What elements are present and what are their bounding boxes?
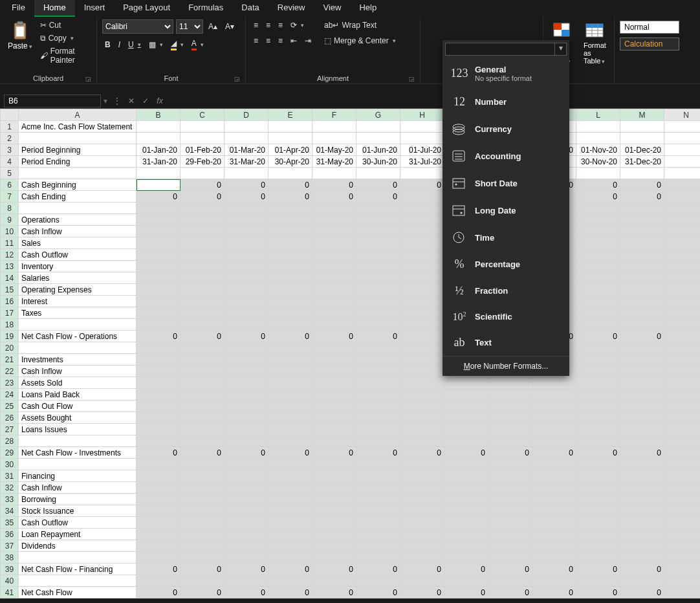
cell-I29[interactable]: 0 [444,447,488,459]
cell-D7[interactable]: 0 [224,191,268,203]
cell-H33[interactable] [400,494,444,505]
cell-L8[interactable] [576,203,620,214]
align-middle-icon[interactable]: ≡ [263,19,273,31]
cell-C34[interactable] [180,505,224,517]
cell-C41[interactable]: 0 [180,587,224,598]
cell-A5[interactable] [19,168,137,179]
cell-G19[interactable]: 0 [356,331,400,342]
cell-B5[interactable] [137,168,180,179]
cell-E10[interactable] [268,226,312,237]
cell-C1[interactable] [180,121,224,133]
cell-M18[interactable] [620,319,664,331]
cell-B24[interactable] [137,389,180,400]
cell-G10[interactable] [356,226,400,237]
cell-M34[interactable] [620,505,664,517]
cell-K37[interactable] [532,540,576,552]
cell-L10[interactable] [576,226,620,237]
cell-H19[interactable] [400,331,444,342]
fill-color-button[interactable]: ◢ [168,38,186,52]
cell-C8[interactable] [180,203,224,214]
cell-D20[interactable] [224,342,268,354]
cell-B40[interactable] [137,575,180,587]
cell-F37[interactable] [312,540,356,552]
cell-L16[interactable] [576,296,620,307]
row-header-13[interactable]: 13 [1,261,19,272]
more-number-formats[interactable]: More Number Formats... [443,356,569,376]
cell-D18[interactable] [224,319,268,331]
cell-N16[interactable] [664,296,701,307]
cell-J33[interactable] [488,494,532,505]
cell-I37[interactable] [444,540,488,552]
col-header-B[interactable]: B [137,109,180,121]
cell-N11[interactable] [664,237,701,249]
cell-C4[interactable]: 29-Feb-20 [180,156,224,168]
number-format-chevron-icon[interactable]: ▾ [554,43,566,55]
cell-B9[interactable] [137,214,180,226]
cell-C14[interactable] [180,272,224,284]
cell-K40[interactable] [532,575,576,587]
cell-C20[interactable] [180,342,224,354]
row-header-25[interactable]: 25 [1,400,19,412]
cell-E26[interactable] [268,412,312,424]
cell-E9[interactable] [268,214,312,226]
cell-F16[interactable] [312,296,356,307]
cell-E38[interactable] [268,552,312,564]
cell-E37[interactable] [268,540,312,552]
cell-I34[interactable] [444,505,488,517]
col-header-A[interactable]: A [19,109,137,121]
cell-B13[interactable] [137,261,180,272]
merge-center-button[interactable]: ⬚Merge & Center [322,35,399,47]
cell-B3[interactable]: 01-Jan-20 [137,144,180,156]
cell-F41[interactable]: 0 [312,587,356,598]
cell-N10[interactable] [664,226,701,237]
cell-F29[interactable]: 0 [312,447,356,459]
cell-M17[interactable] [620,307,664,319]
cell-J26[interactable] [488,412,532,424]
cell-B29[interactable]: 0 [137,447,180,459]
cell-style-calculation[interactable]: Calculation [620,38,679,50]
cell-L6[interactable]: 0 [576,179,620,191]
cell-B12[interactable] [137,249,180,261]
row-header-19[interactable]: 19 [1,331,19,342]
cell-E25[interactable] [268,400,312,412]
cell-D4[interactable]: 31-Mar-20 [224,156,268,168]
cell-K29[interactable]: 0 [532,447,576,459]
cell-F13[interactable] [312,261,356,272]
cell-M27[interactable] [620,424,664,435]
cell-J28[interactable] [488,435,532,447]
cell-G1[interactable] [356,121,400,133]
cell-H29[interactable]: 0 [400,447,444,459]
cell-N37[interactable] [664,540,701,552]
cell-I38[interactable] [444,552,488,564]
cell-F17[interactable] [312,307,356,319]
row-header-24[interactable]: 24 [1,389,19,400]
cell-E41[interactable]: 0 [268,587,312,598]
cell-H38[interactable] [400,552,444,564]
cell-K25[interactable] [532,400,576,412]
cell-A26[interactable]: Assets Bought [19,412,137,424]
cell-F14[interactable] [312,272,356,284]
cell-M29[interactable]: 0 [620,447,664,459]
number-format-percentage[interactable]: %Percentage [443,251,569,278]
cell-D11[interactable] [224,237,268,249]
cell-B34[interactable] [137,505,180,517]
cell-G20[interactable] [356,342,400,354]
cell-N39[interactable]: 0 [664,564,701,575]
cell-M6[interactable]: 0 [620,179,664,191]
cell-F33[interactable] [312,494,356,505]
cell-J25[interactable] [488,400,532,412]
cell-C26[interactable] [180,412,224,424]
cell-G6[interactable]: 0 [356,179,400,191]
cell-L4[interactable]: 30-Nov-20 [576,156,620,168]
cell-L38[interactable] [576,552,620,564]
cell-C13[interactable] [180,261,224,272]
cell-L23[interactable] [576,377,620,389]
cell-E12[interactable] [268,249,312,261]
cell-E29[interactable]: 0 [268,447,312,459]
cell-N18[interactable] [664,319,701,331]
cell-C15[interactable] [180,284,224,296]
cell-C2[interactable] [180,133,224,144]
cell-J23[interactable] [488,377,532,389]
cell-H10[interactable] [400,226,444,237]
cell-H20[interactable] [400,342,444,354]
